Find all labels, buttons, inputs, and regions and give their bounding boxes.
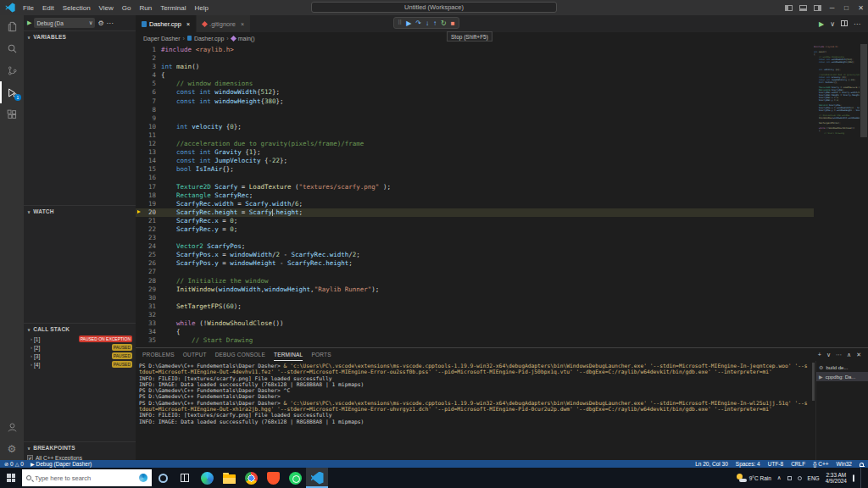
chrome-taskbar-button[interactable]: [240, 468, 262, 488]
explorer-icon[interactable]: [0, 15, 24, 37]
breakpoint-item[interactable]: ✓All C++ Exceptions: [24, 453, 136, 460]
code-line[interactable]: 27: [136, 268, 814, 276]
breadcrumb-item[interactable]: main(): [238, 36, 255, 42]
close-icon[interactable]: ×: [241, 21, 244, 27]
run-file-button[interactable]: ▶: [819, 20, 824, 28]
code-line[interactable]: 7 const int windowHeight{380};: [136, 97, 814, 106]
code-line[interactable]: 19 ScarfyRec.width = Scarfy.width/6;: [136, 200, 814, 208]
close-button[interactable]: ✕: [854, 0, 868, 15]
code-line[interactable]: 33 while (!WindowShouldClose()): [136, 319, 814, 328]
code-line[interactable]: 18 Rectangle ScarfyRec;: [136, 191, 814, 200]
menu-view[interactable]: View: [95, 0, 118, 15]
line-number[interactable]: 5: [136, 80, 161, 88]
code-line[interactable]: 15 bool IsInAir{};: [136, 165, 814, 174]
split-editor-icon[interactable]: [841, 20, 848, 28]
call-stack-item[interactable]: ›[4]PAUSED: [24, 360, 136, 369]
line-number[interactable]: 30: [136, 294, 161, 302]
code-line[interactable]: 8: [136, 106, 814, 114]
run-and-debug-icon[interactable]: 1: [0, 81, 24, 103]
menu-terminal[interactable]: Terminal: [156, 0, 190, 15]
tray-icon[interactable]: [787, 476, 792, 480]
line-number[interactable]: 31: [136, 302, 161, 311]
call-stack-section-header[interactable]: ∨ CALL STACK: [24, 324, 136, 335]
status-language-mode[interactable]: {} C++: [813, 461, 828, 467]
panel-tab-problems[interactable]: PROBLEMS: [142, 348, 175, 361]
maximize-button[interactable]: □: [839, 0, 854, 15]
new-terminal-button[interactable]: +: [818, 352, 821, 358]
debug-config-dropdown[interactable]: Debug (Da ∨: [34, 18, 95, 28]
code-line[interactable]: 21 ScarfyRec.x = 0;: [136, 217, 814, 225]
whatsapp-taskbar-button[interactable]: [284, 468, 306, 488]
breadcrumb-item[interactable]: Daper Dasher: [143, 36, 181, 42]
line-number[interactable]: 23: [136, 234, 161, 242]
code-line[interactable]: 34 {: [136, 328, 814, 336]
line-number[interactable]: 24: [136, 242, 161, 251]
gear-icon[interactable]: ⚙: [97, 19, 103, 27]
panel-tab-terminal[interactable]: TERMINAL: [274, 348, 303, 361]
terminal-list-item[interactable]: ⚙build de...: [816, 363, 868, 372]
code-line[interactable]: 12 //acceleration due to gravity(pixels/…: [136, 140, 814, 148]
line-number[interactable]: 22: [136, 225, 161, 234]
line-number[interactable]: 2: [136, 54, 161, 63]
code-line[interactable]: 1#include <raylib.h>: [136, 46, 814, 54]
code-line[interactable]: 11: [136, 131, 814, 140]
more-actions-icon[interactable]: ⋯: [836, 352, 842, 358]
line-number[interactable]: 12: [136, 140, 161, 148]
scrollbar-thumb[interactable]: [812, 363, 815, 401]
call-stack-item[interactable]: ›[2]PAUSED: [24, 343, 136, 352]
code-line[interactable]: 4{: [136, 71, 814, 80]
continue-button[interactable]: ▶: [406, 19, 411, 27]
code-line[interactable]: 13 const int Gravity {1};: [136, 148, 814, 157]
code-editor[interactable]: 1#include <raylib.h>23int main()4{5 // w…: [136, 44, 868, 347]
task-view-button[interactable]: [174, 468, 196, 488]
action-center-button[interactable]: [853, 475, 854, 481]
editor-scrollbar[interactable]: [860, 44, 868, 347]
call-stack-item[interactable]: ›[1]PAUSED ON EXCEPTION: [24, 335, 136, 343]
line-number[interactable]: 15: [136, 165, 161, 174]
line-number[interactable]: 32: [136, 311, 161, 319]
line-number[interactable]: 8: [136, 106, 161, 114]
code-line[interactable]: 16: [136, 174, 814, 182]
minimap[interactable]: #include <raylib.h>int main(){ // window…: [814, 44, 860, 347]
code-line[interactable]: 20 ScarfyRec.height = Scarfy.height;: [136, 208, 814, 217]
line-number[interactable]: 29: [136, 286, 161, 294]
line-number[interactable]: 34: [136, 328, 161, 336]
panel-tab-debug-console[interactable]: DEBUG CONSOLE: [215, 348, 265, 361]
line-number[interactable]: 35: [136, 336, 161, 345]
code-line[interactable]: 14 const int JumpVelocity {-22};: [136, 157, 814, 165]
code-line[interactable]: 30: [136, 294, 814, 302]
minimize-button[interactable]: ─: [825, 0, 839, 15]
code-line[interactable]: 9: [136, 114, 814, 123]
line-number[interactable]: 25: [136, 251, 161, 259]
restart-button[interactable]: ↻: [441, 19, 447, 27]
taskbar-search[interactable]: Type here to search: [22, 469, 152, 486]
panel-tab-output[interactable]: OUTPUT: [183, 348, 207, 361]
breadcrumb-item[interactable]: Dasher.cpp: [194, 36, 224, 42]
code-line[interactable]: 26 ScarfyPos.y = windowHeight - ScarfyRe…: [136, 259, 814, 268]
line-number[interactable]: 11: [136, 131, 161, 140]
line-number[interactable]: 18: [136, 191, 161, 200]
code-line[interactable]: 6 const int windowWidth{512};: [136, 88, 814, 97]
terminal-scrollbar[interactable]: [811, 361, 815, 460]
call-stack-item[interactable]: ›[3]PAUSED: [24, 352, 136, 360]
breakpoints-section-header[interactable]: ∨ BREAKPOINTS: [24, 442, 136, 453]
more-actions-icon[interactable]: ⋯: [107, 19, 114, 27]
scrollbar-thumb[interactable]: [860, 44, 867, 137]
code-line[interactable]: 31 SetTargetFPS(60);: [136, 302, 814, 311]
toggle-sidebar-icon[interactable]: [782, 0, 796, 15]
line-number[interactable]: 14: [136, 157, 161, 165]
tab-gitignore[interactable]: .gitignore×: [197, 15, 251, 32]
menu-go[interactable]: Go: [118, 0, 136, 15]
code-line[interactable]: 25 ScarfyPos.x = windowWidth/2 - ScarfyR…: [136, 251, 814, 259]
source-control-icon[interactable]: [0, 59, 24, 81]
line-number[interactable]: 6: [136, 88, 161, 97]
code-line[interactable]: 32: [136, 311, 814, 319]
code-line[interactable]: 3int main(): [136, 63, 814, 71]
taskbar-clock[interactable]: 2:33 AM 4/9/2024: [826, 472, 847, 485]
problems-status[interactable]: ⊘ 0 △ 0: [4, 461, 24, 467]
code-line[interactable]: 17 Texture2D Scarfy = LoadTexture ("text…: [136, 183, 814, 191]
weather-widget[interactable]: 9°C Rain: [737, 474, 771, 482]
maximize-panel-icon[interactable]: ∧: [847, 352, 851, 358]
file-explorer-taskbar-button[interactable]: [218, 468, 240, 488]
hidden-icons-chevron-icon[interactable]: ∧: [777, 474, 782, 481]
